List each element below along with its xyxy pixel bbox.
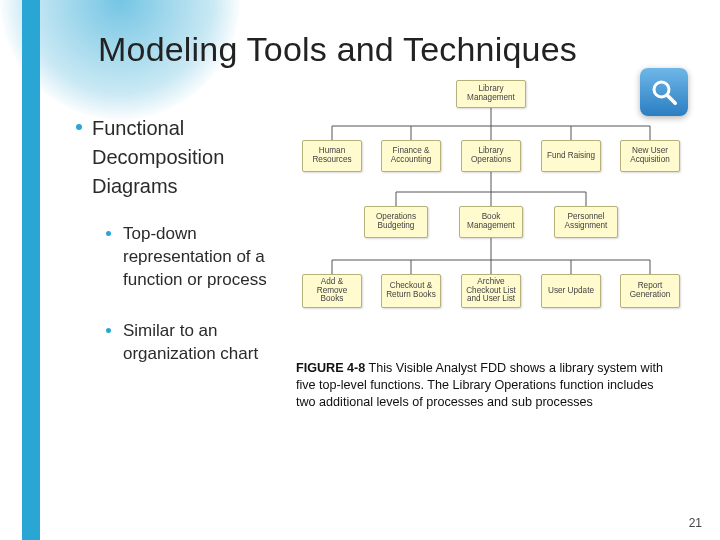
figure: Library Management Human Resources Finan… <box>296 70 686 340</box>
node-l1: Finance & Accounting <box>381 140 441 172</box>
bullet-dot-icon <box>106 328 111 333</box>
page-number: 21 <box>689 516 702 530</box>
bullet-content: Functional Decomposition Diagrams Top-do… <box>76 114 286 394</box>
bullet-level2-text: Similar to an organization chart <box>123 320 273 366</box>
node-l1: New User Acquisition <box>620 140 680 172</box>
bullet-level1: Functional Decomposition Diagrams <box>76 114 286 201</box>
magnifier-icon <box>640 68 688 116</box>
bullet-level2-text: Top-down representation of a function or… <box>123 223 273 292</box>
node-l1: Library Operations <box>461 140 521 172</box>
node-l1: Human Resources <box>302 140 362 172</box>
node-l1: Fund Raising <box>541 140 601 172</box>
node-l3: Add & Remove Books <box>302 274 362 308</box>
fdd-diagram: Library Management Human Resources Finan… <box>296 70 686 340</box>
node-l3: Archive Checkout List and User List <box>461 274 521 308</box>
node-l2: Personnel Assignment <box>554 206 618 238</box>
svg-line-20 <box>668 96 676 104</box>
list-item: Similar to an organization chart <box>106 320 286 366</box>
accent-bar <box>22 0 40 540</box>
bullet-level2-list: Top-down representation of a function or… <box>106 223 286 366</box>
node-l2: Operations Budgeting <box>364 206 428 238</box>
slide-title: Modeling Tools and Techniques <box>98 30 577 69</box>
bullet-dot-icon <box>106 231 111 236</box>
slide: Modeling Tools and Techniques Functional… <box>0 0 720 540</box>
figure-caption: FIGURE 4-8 This Visible Analyst FDD show… <box>296 360 676 411</box>
figure-caption-label: FIGURE 4-8 <box>296 361 365 375</box>
node-root: Library Management <box>456 80 526 108</box>
node-l3: User Update <box>541 274 601 308</box>
node-l2: Book Management <box>459 206 523 238</box>
bullet-level1-text: Functional Decomposition Diagrams <box>92 114 286 201</box>
node-l3: Report Generation <box>620 274 680 308</box>
bullet-dot-icon <box>76 124 82 130</box>
list-item: Top-down representation of a function or… <box>106 223 286 292</box>
node-l3: Checkout & Return Books <box>381 274 441 308</box>
